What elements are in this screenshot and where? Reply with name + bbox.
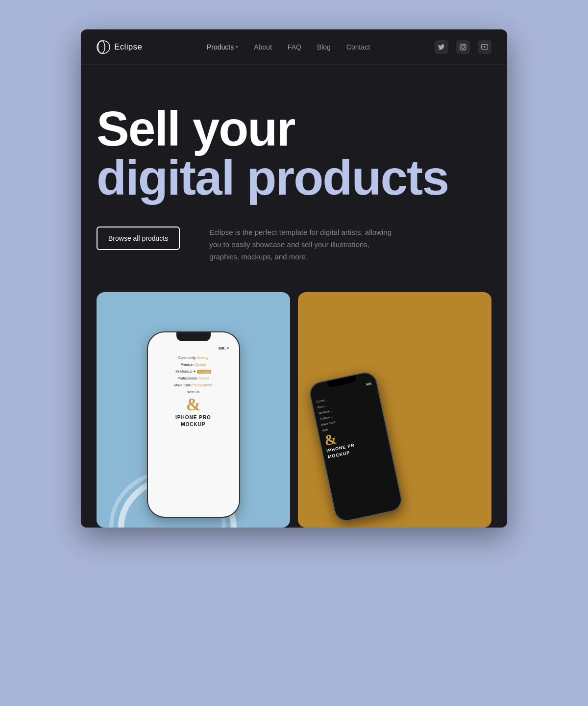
instagram-icon[interactable]: [456, 40, 470, 54]
browse-all-products-button[interactable]: Browse all products: [97, 227, 180, 250]
hero-bottom: Browse all products Eclipse is the perfe…: [97, 227, 395, 263]
phone-mockup-left: MR. ≡ Community Serving Premium Quality …: [135, 322, 252, 528]
svg-rect-2: [460, 44, 466, 50]
hero-title-line1: Sell your: [97, 104, 448, 153]
svg-point-4: [465, 45, 465, 45]
nav-about[interactable]: About: [254, 43, 272, 51]
products-section: MR. ≡ Community Serving Premium Quality …: [81, 292, 507, 528]
nav-products[interactable]: Products ▾: [207, 43, 238, 51]
phone-notch: [176, 332, 211, 341]
svg-point-3: [462, 46, 465, 49]
nav-faq[interactable]: FAQ: [288, 43, 301, 51]
chevron-down-icon: ▾: [236, 44, 238, 50]
navbar: Eclipse Products ▾ About FAQ Blog Contac…: [81, 29, 507, 65]
svg-point-1: [98, 41, 105, 53]
phone-screen-left: MR. ≡ Community Serving Premium Quality …: [148, 341, 239, 432]
hero-section: Sell your digital products Browse all pr…: [81, 65, 507, 292]
twitter-icon[interactable]: [435, 40, 448, 54]
hero-description: Eclipse is the perfect template for digi…: [209, 227, 395, 263]
product-card-2[interactable]: MR. Comm... Prem... Mr.Mock... Professi.…: [298, 292, 491, 528]
nav-blog[interactable]: Blog: [317, 43, 331, 51]
phone-screen-dark: MR. Comm... Prem... Mr.Mock... Professi.…: [310, 378, 390, 464]
logo-text: Eclipse: [114, 42, 142, 52]
phone-mockup-right: MR. Comm... Prem... Mr.Mock... Professi.…: [301, 364, 411, 528]
eclipse-logo-icon: [97, 40, 110, 54]
product-card-1[interactable]: MR. ≡ Community Serving Premium Quality …: [97, 292, 290, 528]
hero-title: Sell your digital products: [97, 104, 448, 202]
logo[interactable]: Eclipse: [97, 40, 142, 54]
youtube-icon[interactable]: [478, 40, 491, 54]
nav-links: Products ▾ About FAQ Blog Contact: [207, 43, 370, 51]
phone-body-dark: MR. Comm... Prem... Mr.Mock... Professi.…: [307, 370, 404, 524]
nav-contact[interactable]: Contact: [346, 43, 370, 51]
main-window: Eclipse Products ▾ About FAQ Blog Contac…: [81, 29, 507, 528]
social-icons: [435, 40, 491, 54]
hero-title-line2: digital products: [97, 153, 448, 202]
phone-body-left: MR. ≡ Community Serving Premium Quality …: [147, 331, 240, 518]
